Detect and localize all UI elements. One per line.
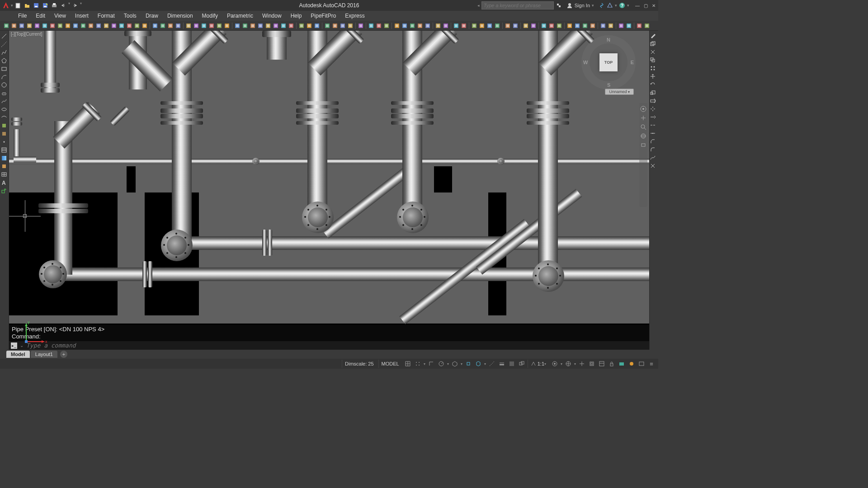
- modify-copy-icon[interactable]: [650, 41, 658, 48]
- tolerance-icon[interactable]: [306, 22, 313, 29]
- block-insert-icon[interactable]: [368, 22, 375, 29]
- isodraft-icon[interactable]: [451, 360, 459, 368]
- ellipse-arc-icon[interactable]: [0, 114, 8, 121]
- thicken-icon[interactable]: [133, 22, 141, 29]
- point-tool-icon[interactable]: [0, 138, 8, 145]
- dim-ordinate-icon[interactable]: [280, 22, 287, 29]
- layer-prev-icon[interactable]: [331, 22, 339, 29]
- table-icon[interactable]: [453, 22, 460, 29]
- recover-icon[interactable]: [556, 22, 563, 29]
- dim-diameter-icon[interactable]: [264, 22, 272, 29]
- layer-state-icon[interactable]: [339, 22, 346, 29]
- undo-dropdown-icon[interactable]: ▾: [68, 1, 70, 9]
- chamfer-edge-icon[interactable]: [159, 22, 166, 29]
- ungroup-icon[interactable]: [530, 22, 537, 29]
- extrude-icon[interactable]: [64, 22, 71, 29]
- quick-properties-icon[interactable]: [598, 360, 606, 368]
- modify-explode-icon[interactable]: [650, 163, 658, 170]
- menu-tools[interactable]: Tools: [119, 11, 141, 21]
- modify-blend-icon[interactable]: [650, 155, 658, 162]
- taper-icon[interactable]: [175, 22, 182, 29]
- modify-stretch-icon[interactable]: [650, 98, 658, 105]
- revcloud-tool-icon[interactable]: [0, 89, 8, 97]
- zoom-extents-icon[interactable]: [640, 124, 646, 130]
- modify-scale-icon[interactable]: [650, 89, 658, 97]
- osnap-toggle-icon[interactable]: [464, 360, 472, 368]
- block-edit-icon[interactable]: [383, 22, 390, 29]
- hardware-accel-icon[interactable]: [618, 360, 626, 368]
- customization-icon[interactable]: ≡: [647, 360, 656, 368]
- options-icon[interactable]: [636, 22, 643, 29]
- measure-radius-icon[interactable]: [401, 22, 408, 29]
- lights-icon[interactable]: [581, 22, 589, 29]
- menu-format[interactable]: Format: [93, 11, 119, 21]
- tab-model[interactable]: Model: [6, 351, 30, 358]
- match-prop-icon[interactable]: [357, 22, 364, 29]
- showmotion-icon[interactable]: [640, 142, 646, 148]
- gradient-tool-icon[interactable]: [0, 155, 8, 162]
- anno-monitor-icon[interactable]: [578, 360, 586, 368]
- sun-icon[interactable]: [589, 22, 596, 29]
- steering-wheel-icon[interactable]: [640, 106, 646, 112]
- leader-icon[interactable]: [298, 22, 305, 29]
- redo-dropdown-icon[interactable]: ▾: [80, 1, 82, 9]
- exchange-icon[interactable]: [599, 2, 605, 9]
- pipe-iso-icon[interactable]: [10, 22, 18, 29]
- text-icon[interactable]: [434, 22, 442, 29]
- dim-linear-icon[interactable]: [234, 22, 241, 29]
- menu-edit[interactable]: Edit: [31, 11, 50, 21]
- layer-icon[interactable]: [324, 22, 331, 29]
- hatch-tool-icon[interactable]: [0, 146, 8, 154]
- mirror-icon[interactable]: [193, 22, 200, 29]
- dim-aligned-icon[interactable]: [241, 22, 249, 29]
- mtext-tool-icon[interactable]: A: [0, 179, 8, 186]
- dim-arc-icon[interactable]: [272, 22, 279, 29]
- region-icon[interactable]: [494, 22, 501, 29]
- open-icon[interactable]: [23, 1, 31, 9]
- viewport-icon[interactable]: [625, 22, 632, 29]
- menu-window[interactable]: Window: [258, 11, 286, 21]
- rotate-icon[interactable]: [216, 22, 223, 29]
- menu-file[interactable]: File: [14, 11, 31, 21]
- layout-icon[interactable]: [618, 22, 625, 29]
- circle-tool-icon[interactable]: [0, 81, 8, 89]
- modify-rotate-icon[interactable]: [650, 81, 658, 89]
- minimize-icon[interactable]: —: [634, 2, 641, 9]
- modify-extend-icon[interactable]: [650, 114, 658, 121]
- menu-draw[interactable]: Draw: [141, 11, 163, 21]
- a360-icon[interactable]: [607, 2, 613, 9]
- loft-icon[interactable]: [87, 22, 94, 29]
- viewcube-n[interactable]: N: [607, 37, 610, 42]
- cone-icon[interactable]: [41, 22, 48, 29]
- transparency-icon[interactable]: [508, 360, 516, 368]
- pan-icon[interactable]: [640, 115, 646, 121]
- presspull-icon[interactable]: [95, 22, 102, 29]
- centermark-icon[interactable]: [313, 22, 321, 29]
- pipe-dn-icon[interactable]: [3, 22, 10, 29]
- infocenter-icon[interactable]: [556, 2, 562, 9]
- field-icon[interactable]: [460, 22, 467, 29]
- modify-join-icon[interactable]: [650, 130, 658, 137]
- polar-toggle-icon[interactable]: [437, 360, 445, 368]
- close-icon[interactable]: ✕: [650, 2, 657, 9]
- wipeout-icon[interactable]: [504, 22, 511, 29]
- plot-icon[interactable]: [50, 1, 58, 9]
- scale-icon[interactable]: [223, 22, 231, 29]
- torus-icon[interactable]: [49, 22, 56, 29]
- ellipse-tool-icon[interactable]: [0, 106, 8, 113]
- modify-array-icon[interactable]: [650, 65, 658, 72]
- measure-area-icon[interactable]: [416, 22, 424, 29]
- 3dosnap-icon[interactable]: [474, 360, 482, 368]
- add-layout-button[interactable]: +: [60, 351, 67, 358]
- mtext-icon[interactable]: [442, 22, 449, 29]
- signin-button[interactable]: Sign In ▾: [564, 2, 597, 9]
- spline-tool-icon[interactable]: [0, 98, 8, 105]
- tab-layout1[interactable]: Layout1: [31, 351, 57, 358]
- snap-toggle-icon[interactable]: [414, 360, 422, 368]
- modify-fillet-icon[interactable]: [650, 146, 658, 154]
- modify-erase-icon[interactable]: [650, 33, 658, 40]
- section-icon[interactable]: [599, 22, 607, 29]
- audit-icon[interactable]: [548, 22, 555, 29]
- clean-screen-icon[interactable]: [637, 360, 646, 368]
- region-tool-icon[interactable]: [0, 163, 8, 170]
